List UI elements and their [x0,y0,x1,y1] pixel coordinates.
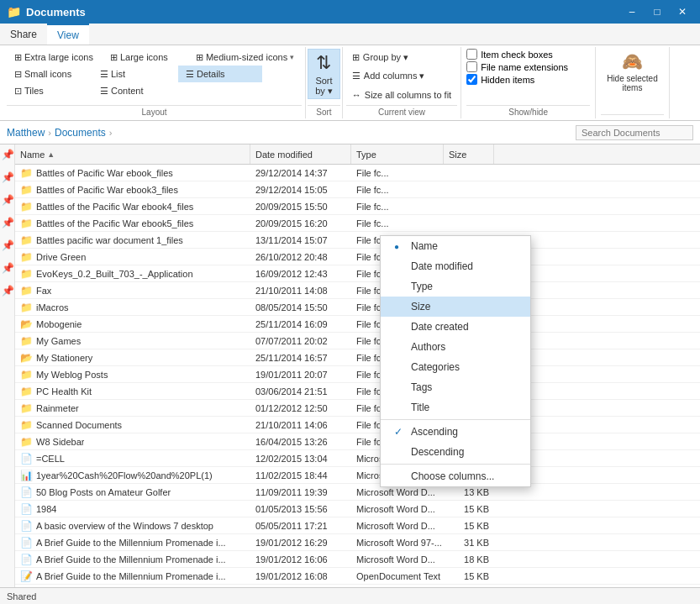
folder-icon: 📁 [20,201,33,213]
table-row[interactable]: 📁 W8 Sidebar 16/04/2015 13:26 File folde… [15,433,700,450]
tab-share[interactable]: Share [0,24,47,45]
group-by-button[interactable]: ⊞ Group by ▾ [346,49,457,66]
table-row[interactable]: 📁 Battles of the Pacific War ebook5_file… [15,215,700,232]
table-row[interactable]: 📁 My Games 07/07/2011 20:02 File fc... [15,333,700,349]
file-size: 15 KB [444,568,494,584]
sort-menu-item-date-modified[interactable]: Date modified [381,256,530,276]
sort-top: ⇅ Sortby ▾ [308,49,340,103]
table-row[interactable]: 📁 EvoKeys_0.2_Built_703_-_Application 16… [15,265,700,282]
checkmark-icon: ✓ [394,426,406,438]
table-row[interactable]: 📄 A Brief Guide to the Millennium Promen… [15,534,700,551]
add-columns-button[interactable]: ☰ Add columns ▾ [346,67,457,85]
sort-menu-item-authors[interactable]: Authors [381,337,530,357]
table-row[interactable]: 📄 50 Blog Posts on Amateur Golfer 11/09/… [15,484,700,501]
file-date: 21/10/2011 14:06 [250,417,351,433]
item-checkboxes-checkbox[interactable] [466,49,477,60]
table-row[interactable]: 📁 Battles pacific war document 1_files 1… [15,232,700,249]
sort-menu-item-tags[interactable]: Tags [381,377,530,397]
tiles-button[interactable]: ⊡ Tiles [7,82,91,99]
file-type: Microsoft Word D... [351,551,444,567]
folder-icon: 📁 [20,167,33,179]
breadcrumb-documents[interactable]: Documents [55,127,106,139]
word-icon: 📄 [20,537,33,549]
table-row[interactable]: 📁 PC Health Kit 03/06/2014 21:51 File fo… [15,383,700,400]
show-hide-label: Show/hide [466,105,590,117]
sort-order-item-descending[interactable]: Descending [381,442,530,462]
list-button[interactable]: ☰ List [92,66,176,82]
table-row[interactable]: 📁 Drive Green 26/10/2012 20:48 File fc..… [15,249,700,265]
hidden-items-row[interactable]: Hidden items [466,74,568,85]
table-row[interactable]: 📁 Rainmeter 01/12/2012 12:50 File folder [15,400,700,417]
file-name-extensions-row[interactable]: File name extensions [466,61,568,72]
table-row[interactable]: 📁 Battles of Pacific War ebook3_files 29… [15,181,700,198]
table-row[interactable]: 📁 Fax 21/10/2011 14:08 File fc... [15,282,700,299]
hidden-items-checkbox[interactable] [466,74,477,85]
file-type: Microsoft Word D... [351,585,444,587]
size-columns-button[interactable]: ↔ Size all columns to fit [346,87,457,104]
column-header-date[interactable]: Date modified [250,144,351,164]
sort-order-item-ascending[interactable]: ✓Ascending [381,422,530,442]
file-size: 15 KB [444,517,494,533]
table-row[interactable]: 📁 Scanned Documents 21/10/2011 14:06 Fil… [15,417,700,433]
table-row[interactable]: 📁 My Weblog Posts 19/01/2011 20:07 File … [15,366,700,383]
file-name: 📄 A Brief Guide to the Millennium Promen… [15,551,250,567]
column-header-size[interactable]: Size [444,144,494,164]
sort-menu-item-type[interactable]: Type [381,276,530,297]
table-row[interactable]: 📝 A Brief Guide to the Millennium Promen… [15,568,700,585]
pin-icon-4: 📌 [2,216,13,228]
choose-columns-item[interactable]: Choose columns... [381,466,530,486]
sort-area: ⇅ Sortby ▾ Sort [306,47,343,118]
table-row[interactable]: 📂 My Stationery 25/11/2014 16:57 File fc… [15,349,700,366]
hide-selected-button[interactable]: 🙈 Hide selecteditems [601,49,664,99]
file-size [444,198,494,214]
file-name: 📄 =CELL [15,450,250,466]
file-name: 📝 A Brief Guide to the Millennium Promen… [15,568,250,584]
layout-group: ⊞ Extra large icons ⊞ Large icons ⊞ Medi… [3,47,306,118]
column-header-name[interactable]: Name ▲ [15,144,250,164]
table-row[interactable]: 📄 A Brief Guide to the MS Config Windows… [15,585,700,587]
sort-button[interactable]: ⇅ Sortby ▾ [308,49,340,99]
odt-icon: 📝 [20,570,33,582]
close-button[interactable]: ✕ [671,3,693,20]
file-name: 📁 Scanned Documents [15,417,250,433]
details-button[interactable]: ☰ Details [178,66,262,82]
extra-large-icons-button[interactable]: ⊞ Extra large icons [7,49,101,66]
item-checkboxes-row[interactable]: Item check boxes [466,49,568,60]
table-row[interactable]: 📁 Battles of Pacific War ebook_files 29/… [15,165,700,181]
chevron-down-icon: ▾ [290,53,294,61]
maximize-button[interactable]: □ [646,3,668,20]
file-date: 07/07/2011 20:02 [250,333,351,349]
table-row[interactable]: 📄 1984 01/05/2013 15:56 Microsoft Word D… [15,501,700,517]
column-header-type[interactable]: Type [351,144,444,164]
hide-label [601,114,664,117]
medium-icons-button[interactable]: ⊞ Medium-sized icons ▾ [188,49,302,66]
file-size [444,181,494,197]
table-row[interactable]: 📁 Battles of the Pacific War ebook4_file… [15,198,700,215]
sort-menu-item-categories[interactable]: Categories [381,357,530,377]
word-icon: 📄 [20,503,33,515]
table-row[interactable]: 📂 Mobogenie 25/11/2014 16:09 File fc... [15,316,700,333]
file-name: 📁 My Weblog Posts [15,366,250,382]
table-row[interactable]: 📊 1year%20Cash%20Flow%20and%20PL(1) 11/0… [15,467,700,484]
large-icons-button[interactable]: ⊞ Large icons [103,49,187,66]
small-icons-button[interactable]: ⊟ Small icons [7,66,91,82]
tab-view[interactable]: View [47,24,89,45]
table-row[interactable]: 📄 A Brief Guide to the Millennium Promen… [15,551,700,568]
file-date: 19/01/2012 16:29 [250,534,351,550]
search-input[interactable] [576,125,693,140]
content-button[interactable]: ☰ Content [92,82,176,99]
word-icon: 📄 [20,453,33,465]
breadcrumb-matthew[interactable]: Matthew [7,127,45,139]
table-row[interactable]: 📄 =CELL 12/02/2015 13:04 Microsoft Word … [15,450,700,467]
sort-menu-item-date-created[interactable]: Date created [381,317,530,337]
table-row[interactable]: 📁 iMacros 08/05/2014 15:50 File fc... [15,299,700,316]
file-name: 📄 A Brief Guide to the Millennium Promen… [15,534,250,550]
folder-icon: 📁 [20,251,33,263]
minimize-button[interactable]: – [621,3,643,20]
sort-menu-item-title[interactable]: Title [381,397,530,418]
table-row[interactable]: 📄 A basic overview of the Windows 7 desk… [15,517,700,534]
sort-menu-item-size[interactable]: Size [381,297,530,317]
sort-menu-item-name[interactable]: ●Name [381,236,530,256]
file-name-extensions-checkbox[interactable] [466,61,477,72]
pin-icon-1: 📌 [2,148,13,160]
